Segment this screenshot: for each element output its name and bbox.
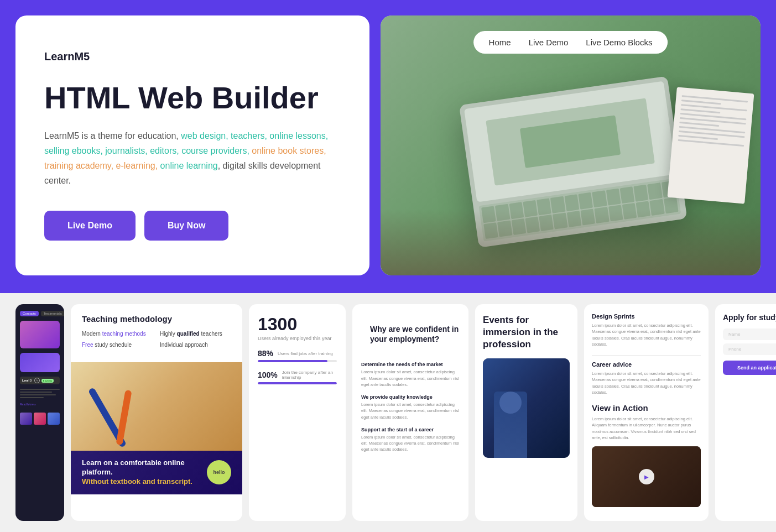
apply-card: Apply for study Name Phone Send an appli… xyxy=(715,304,776,521)
stat-pct-2: 100% xyxy=(258,371,278,379)
why-item-title-1: Determine the needs of the market xyxy=(361,362,460,367)
teaching-item-4: Individual approach xyxy=(160,341,231,349)
stat-bar-label-1: 88% Users find jobs after training xyxy=(258,349,337,358)
stat-bar-track-2 xyxy=(258,382,337,384)
book-illustration xyxy=(668,87,754,204)
stat-number-label: Users already employed this year xyxy=(258,336,337,341)
events-image-bg xyxy=(483,358,570,458)
bottom-thumbnails xyxy=(20,413,60,425)
stats-card: 1300 Users already employed this year 88… xyxy=(249,304,346,521)
mini-image-purple xyxy=(20,321,60,348)
stat-pct-1: 88% xyxy=(258,349,273,358)
why-item-3: Support at the start of a career Lorem i… xyxy=(361,427,460,453)
buy-now-button[interactable]: Buy Now xyxy=(144,211,228,241)
apply-submit-button[interactable]: Send an application xyxy=(723,361,776,375)
view-action-text: Lorem ipsum dolor sit amet, consectetur … xyxy=(592,416,701,441)
teaching-image-bg xyxy=(71,362,242,451)
level-badge: Level 3 ✎ 8 events xyxy=(20,377,60,384)
stat-bar-1: 88% Users find jobs after training xyxy=(258,349,337,362)
view-action-section: View in Action Lorem ipsum dolor sit ame… xyxy=(592,403,701,507)
why-item-title-3: Support at the start of a career xyxy=(361,427,460,432)
why-item-2: We provide quality knowledge Lorem ipsum… xyxy=(361,394,460,420)
view-action-title: View in Action xyxy=(592,403,701,413)
learn-text-block: Learn on a comfortable online platform. … xyxy=(82,458,200,487)
top-section: LearnM5 HTML Web Builder LearnM5 is a th… xyxy=(0,0,776,293)
hello-badge: hello xyxy=(207,460,231,484)
career-text: Lorem ipsum dolor sit amet, consectetur … xyxy=(592,371,701,395)
hero-title: HTML Web Builder xyxy=(44,81,341,115)
stat-desc-2: Join the company after an internship xyxy=(282,370,337,380)
teaching-top: Teaching methodology Modern teaching met… xyxy=(71,304,242,362)
why-card: Why are we confident in your employment?… xyxy=(352,304,468,521)
stat-bar-track-1 xyxy=(258,360,337,362)
why-item-text-3: Lorem ipsum dolor sit amet, consectetur … xyxy=(361,434,460,453)
design-card: Design Sprints Lorem ipsum dolor sit ame… xyxy=(584,304,709,521)
live-demo-button[interactable]: Live Demo xyxy=(44,211,136,241)
brand-name: LearnM5 xyxy=(44,50,341,63)
nav-live-demo[interactable]: Live Demo xyxy=(529,38,569,47)
apply-name-field[interactable]: Name xyxy=(723,328,776,340)
career-title: Career advice xyxy=(592,361,701,368)
apply-phone-field[interactable]: Phone xyxy=(723,343,776,355)
design-section: Design Sprints Lorem ipsum dolor sit ame… xyxy=(592,313,701,347)
why-item-text-2: Lorem ipsum dolor sit amet, consectetur … xyxy=(361,401,460,420)
stat-number-block: 1300 Users already employed this year xyxy=(258,314,337,341)
edit-icon[interactable]: ✎ xyxy=(34,378,40,383)
teaching-bottom: Learn on a comfortable online platform. … xyxy=(71,451,242,494)
level-desc-lines xyxy=(20,389,60,398)
events-badge: 8 events xyxy=(41,379,54,383)
tab-row: Contacts Testimonials Help xyxy=(20,311,60,316)
career-section: Career advice Lorem ipsum dolor sit amet… xyxy=(592,361,701,395)
teaching-item-3: Free study schedule xyxy=(82,341,153,349)
mini-image-violet xyxy=(20,353,60,372)
stat-bar-fill-1 xyxy=(258,360,327,362)
stat-bar-2: 100% Join the company after an internshi… xyxy=(258,370,337,384)
design-text: Lorem ipsum dolor sit amet, consectetur … xyxy=(592,322,701,347)
why-item-text-1: Lorem ipsum dolor sit amet, consectetur … xyxy=(361,369,460,388)
teaching-item-2: Highly qualified teachers xyxy=(160,330,231,338)
events-title: Events for immersion in the profession xyxy=(483,314,570,351)
teaching-card: Teaching methodology Modern teaching met… xyxy=(71,304,242,521)
nav-live-demo-blocks[interactable]: Live Demo Blocks xyxy=(586,38,652,47)
hero-image xyxy=(381,15,761,275)
events-card: Events for immersion in the profession xyxy=(475,304,577,521)
apply-title: Apply for study xyxy=(723,313,776,322)
stat-bar-fill-2 xyxy=(258,382,337,384)
stat-number: 1300 xyxy=(258,314,337,335)
why-title: Why are we confident in your employment? xyxy=(361,314,468,354)
level-text: Level 3 xyxy=(22,379,32,382)
divider xyxy=(592,355,701,356)
events-image xyxy=(483,358,570,458)
view-action-image[interactable]: ▶ xyxy=(592,446,701,507)
hero-buttons: Live Demo Buy Now xyxy=(44,211,341,241)
tab-testimonials[interactable]: Testimonials xyxy=(41,311,64,316)
hero-image-card: Home Live Demo Live Demo Blocks xyxy=(381,15,761,275)
bottom-section: Contacts Testimonials Help Level 3 ✎ 8 e… xyxy=(0,293,776,532)
read-more-link[interactable]: Read More » xyxy=(20,403,60,406)
stat-desc-1: Users find jobs after training xyxy=(278,351,333,356)
design-title: Design Sprints xyxy=(592,313,701,320)
why-item-title-2: We provide quality knowledge xyxy=(361,394,460,400)
teaching-image xyxy=(71,362,242,451)
hero-card: LearnM5 HTML Web Builder LearnM5 is a th… xyxy=(15,15,369,275)
tab-contacts[interactable]: Contacts xyxy=(20,311,39,316)
stat-bar-label-2: 100% Join the company after an internshi… xyxy=(258,370,337,380)
teaching-grid: Modern teaching methods Highly qualified… xyxy=(82,330,231,349)
person-head xyxy=(499,392,522,414)
hero-description: LearnM5 is a theme for education, web de… xyxy=(44,128,341,189)
level-card: Contacts Testimonials Help Level 3 ✎ 8 e… xyxy=(15,304,64,521)
teaching-item-1: Modern teaching methods xyxy=(82,330,153,338)
hands-overlay xyxy=(381,209,761,275)
learn-text: Learn on a comfortable online platform. … xyxy=(82,458,200,487)
why-item-1: Determine the needs of the market Lorem … xyxy=(361,362,460,388)
nav-home[interactable]: Home xyxy=(489,38,511,47)
play-button[interactable]: ▶ xyxy=(639,469,654,484)
teaching-title: Teaching methodology xyxy=(82,314,231,324)
navigation-pill: Home Live Demo Live Demo Blocks xyxy=(473,31,668,54)
